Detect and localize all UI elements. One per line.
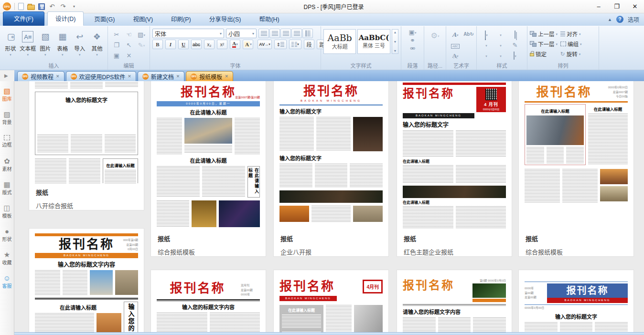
- tab-view[interactable]: 视图(V): [125, 12, 161, 26]
- group-objects-button[interactable]: 编组▾: [560, 39, 582, 49]
- bold-button[interactable]: B: [152, 40, 163, 49]
- justify-button[interactable]: [291, 29, 302, 38]
- dash-style-button[interactable]: ▾: [485, 52, 487, 59]
- new-document-icon[interactable]: [18, 3, 24, 10]
- font-size-select[interactable]: 小四▾: [226, 29, 257, 38]
- doc-tab-newspaper-template[interactable]: DPS报纸模板✕: [186, 71, 233, 81]
- text-direction-button[interactable]: [302, 29, 313, 38]
- dps-logo-icon[interactable]: DPS: [3, 2, 11, 10]
- send-backward-button[interactable]: 下一层▾: [530, 39, 558, 49]
- text-style-body[interactable]: AaBbC( 黑体 三号: [357, 29, 390, 54]
- template-card-orange-masthead[interactable]: 报刊名称 第0期 0000年0月0日 请输入您的标题文字内容: [397, 270, 512, 332]
- template-card-bakai-zonghe[interactable]: 输入您的标题文字: [29, 81, 144, 210]
- font-color-button[interactable]: A▾: [230, 40, 240, 49]
- template-card-qiye-bakai[interactable]: 报刊名称 BAOKAN MINGCHENG 输入您的标题文字 输入您的标题文字: [273, 81, 389, 257]
- style-gallery-scrollbar[interactable]: ▲ ▼ ▼: [392, 29, 398, 54]
- shape-outline-button[interactable]: ▾: [485, 42, 487, 48]
- template-card-blue-masthead[interactable]: 0000年 第00期 总第00期 报刊名称 BAOKAN MINGCHENG 0…: [518, 270, 634, 332]
- wordart-3d-button[interactable]: A▾: [452, 52, 459, 59]
- subscript-button[interactable]: x₂: [204, 40, 215, 49]
- line-weight-button[interactable]: ▾: [500, 52, 502, 59]
- pan-hand-button[interactable]: ☜: [126, 31, 132, 38]
- align-button[interactable]: 对齐▾: [560, 29, 582, 39]
- sidebar-item-layout[interactable]: ▦版式: [0, 177, 14, 200]
- format-brush-button[interactable]: ✎: [513, 42, 518, 48]
- tab-file[interactable]: 文件(F): [3, 11, 44, 26]
- line-spacing-button[interactable]: ⇕: [274, 40, 287, 49]
- sidebar-item-material[interactable]: ✿素材: [0, 153, 14, 177]
- doc-tab-welcome[interactable]: DPS欢迎使用DPS软件✕: [66, 71, 136, 81]
- tab-list-expand-icon[interactable]: ▶: [0, 70, 14, 81]
- import-button[interactable]: ↩导入▾: [72, 28, 88, 57]
- align-center-button[interactable]: [269, 29, 280, 38]
- horizontal-scrollbar[interactable]: [14, 332, 644, 335]
- save-icon[interactable]: [38, 3, 45, 10]
- insert-textbox-button[interactable]: A≡文本框▾: [20, 28, 36, 57]
- scroll-up-icon[interactable]: ▲: [393, 31, 397, 34]
- strikethrough-button[interactable]: abc: [191, 40, 202, 49]
- scroll-down-icon[interactable]: ▼: [393, 40, 397, 43]
- unlink-textboxes-button[interactable]: ⚮: [410, 45, 415, 52]
- gallery-expand-icon[interactable]: ▼: [393, 49, 397, 52]
- highlight-color-button[interactable]: A▾: [243, 40, 253, 49]
- delete-button[interactable]: ✕: [127, 52, 132, 59]
- sidebar-item-favorites[interactable]: ★收藏: [0, 247, 14, 270]
- text-wrap-button[interactable]: ▣▾: [409, 29, 417, 35]
- align-left-button[interactable]: [258, 29, 269, 38]
- align-right-button[interactable]: [280, 29, 291, 38]
- superscript-button[interactable]: x²: [217, 40, 227, 49]
- copy-button[interactable]: ❐: [114, 42, 119, 48]
- line-adjust-button[interactable]: ▾: [500, 42, 502, 48]
- sidebar-item-shape[interactable]: ●形状: [0, 223, 14, 247]
- wordart-frame-button[interactable]: ABC: [451, 42, 460, 48]
- maximize-button[interactable]: ❐: [608, 0, 626, 13]
- lock-button[interactable]: 锁定: [530, 49, 558, 59]
- options-button[interactable]: 选项: [628, 15, 639, 23]
- insert-other-button[interactable]: ❖其他▾: [89, 28, 105, 57]
- template-card-red-masthead[interactable]: 报刊名称 双月刊 总第00期 0000年 输入您的标题文字内容: [150, 270, 266, 332]
- columns-button[interactable]: ▾: [289, 40, 301, 49]
- link-textboxes-button[interactable]: ⚭: [410, 37, 415, 43]
- collapse-ribbon-icon[interactable]: ▲: [608, 17, 612, 22]
- paragraph-panel-button[interactable]: 段: [304, 40, 314, 49]
- sidebar-item-template[interactable]: ◫模板: [0, 200, 14, 223]
- minimize-button[interactable]: –: [590, 0, 608, 13]
- sidebar-item-gallery[interactable]: ▧图库: [0, 83, 14, 106]
- doc-tab-new-document[interactable]: DPS新建文档✕: [138, 71, 185, 81]
- template-card-orange-theme[interactable]: 报刊名称 000年第0期总第00期0月00日 BAOKAN MINGCHENG …: [29, 228, 144, 332]
- sidebar-item-support[interactable]: ☺客服: [0, 270, 14, 293]
- template-card-zonghe-orange[interactable]: 报刊名称 0000年0月00日 总第0007期 今日00版 在此请输入标题: [518, 81, 634, 257]
- cut-button[interactable]: ✂: [114, 31, 119, 38]
- bring-forward-button[interactable]: 上一层▾: [530, 29, 558, 39]
- shape-fill-button[interactable]: ▾: [485, 31, 488, 38]
- underline-button[interactable]: U: [178, 40, 189, 49]
- paste-button[interactable]: ▣: [114, 52, 119, 59]
- italic-button[interactable]: I: [165, 40, 176, 49]
- close-tab-icon[interactable]: ✕: [56, 74, 60, 79]
- customize-toolbar-icon[interactable]: ▾: [70, 3, 78, 10]
- close-tab-icon[interactable]: ✕: [225, 74, 228, 79]
- insert-picture-button[interactable]: ▧图片▾: [37, 28, 54, 57]
- template-card-zonghe-baozhi[interactable]: 报刊名称 总第0007期/第20期 0000年0月00日，星期一 在此请输入标题…: [150, 81, 266, 257]
- text-style-heading[interactable]: AaBb 大标题: [323, 29, 356, 54]
- char-spacing-button[interactable]: AV↔▾: [258, 40, 272, 49]
- rotate-button[interactable]: ↻旋转▾: [560, 49, 582, 59]
- tab-help[interactable]: 帮助(H): [251, 12, 287, 26]
- font-family-select[interactable]: 宋体▾: [152, 29, 224, 38]
- select-cursor-button[interactable]: ↖: [127, 42, 132, 48]
- tab-design[interactable]: 设计(D): [47, 11, 84, 26]
- edit-points-button[interactable]: ✎▾: [138, 42, 145, 48]
- close-tab-icon[interactable]: ✕: [176, 74, 180, 79]
- close-tab-icon[interactable]: ✕: [128, 74, 131, 79]
- template-card-monthly[interactable]: 报刊名称 4月刊 BAOKAN MINGCHENG 在此请输入标题: [273, 270, 389, 332]
- sidebar-item-border[interactable]: 边框: [0, 130, 14, 153]
- template-card-red-theme[interactable]: 报刊名称 4 月刊 0000年0月00日 BAOKAN MINGCHENG 输入…: [397, 81, 512, 257]
- sidebar-item-background[interactable]: ▨背景: [0, 106, 14, 130]
- change-case-button[interactable]: Ab↻: [463, 32, 474, 37]
- insert-shape-button[interactable]: ▢●形状▾: [2, 28, 19, 57]
- arrow-style-button[interactable]: ▾: [500, 31, 502, 38]
- quick-style-button[interactable]: ▾: [514, 52, 516, 59]
- tab-share-export[interactable]: 分享导出(S): [202, 12, 249, 26]
- open-file-icon[interactable]: [27, 5, 35, 10]
- help-icon[interactable]: ?: [616, 16, 623, 23]
